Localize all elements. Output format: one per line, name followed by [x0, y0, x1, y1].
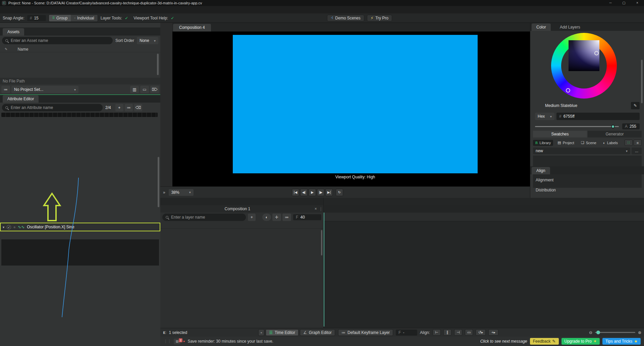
timeline-zoom-slider[interactable] [595, 332, 635, 333]
composition-1-tab[interactable]: Composition 1 × | [160, 205, 323, 213]
sv-handle[interactable] [594, 51, 599, 55]
tab-composition-4[interactable]: Composition 4 [173, 24, 211, 32]
playhead-line[interactable] [324, 213, 324, 327]
oscillator-graph[interactable] [1, 239, 159, 266]
delete-asset-button[interactable]: ⌦ [150, 86, 159, 93]
graph-editor-button[interactable]: ∠ Graph Editor [300, 329, 335, 336]
mini-view-button[interactable]: ▫ [258, 329, 264, 336]
alpha-slider[interactable] [535, 126, 619, 127]
scene-button[interactable]: ❏Scene [579, 140, 599, 146]
oscillator-header[interactable]: ▾ ✓ ○ ∿∿ Oscillator [Position.X] Sine ⇄ … [0, 223, 160, 231]
new-composition-button[interactable]: ▭ [140, 86, 149, 93]
keyframe-layer-dropdown[interactable]: ≔ Default Keyframe Layer [338, 329, 393, 336]
tab-add-layers[interactable]: Add Layers [556, 23, 584, 31]
new-folder-button[interactable]: ▥ [130, 86, 139, 93]
collapse-icon[interactable]: ▾ [3, 225, 4, 229]
footer-frame-field[interactable]: F - [396, 330, 417, 336]
swatch-more-button[interactable]: ... [632, 148, 642, 154]
labels-button[interactable]: ◐Labels [601, 140, 620, 146]
tips-tricks-button[interactable]: Tips and Tricks★ [602, 338, 641, 345]
pick-attribute-button[interactable]: ⌖ [115, 104, 123, 111]
swatch-group-dropdown[interactable]: new▾ [533, 148, 630, 154]
next-message-link[interactable]: Click to see next message [480, 339, 527, 344]
zoom-in-icon[interactable]: ⊕ [638, 330, 641, 335]
grid-view-button[interactable]: ∷ [625, 139, 633, 146]
group-mode-button[interactable]: ⠿ Group [49, 15, 71, 21]
align-box-button[interactable]: ▭ [465, 329, 473, 336]
next-frame-button[interactable]: |▶ [317, 189, 324, 196]
timeline-ruler[interactable] [324, 213, 644, 221]
assets-scrollbar[interactable] [157, 54, 159, 75]
feedback-button[interactable]: Feedback✎ [530, 338, 559, 345]
solo-radio-icon[interactable]: ○ [13, 225, 15, 229]
project-set-icon-button[interactable]: ≔ [1, 86, 10, 93]
close-button[interactable]: × [631, 0, 644, 6]
color-scrollbar[interactable] [641, 60, 643, 103]
onion-skin-button[interactable]: ◐ [262, 214, 271, 221]
attribute-scrollbar[interactable] [158, 157, 159, 207]
layer-tools-check-icon[interactable]: ✓ [125, 16, 128, 20]
zoom-dropdown[interactable]: 38%▾ [169, 189, 194, 196]
try-pro-button[interactable]: ⚡ Try Pro [367, 15, 392, 21]
timeline-zoom-handle[interactable] [596, 331, 600, 334]
layers-scrollbar[interactable] [321, 230, 322, 255]
maximize-button[interactable]: ▢ [617, 0, 631, 6]
frame-field[interactable]: F 40 [293, 214, 321, 220]
upgrade-pro-button[interactable]: Upgrade to Pro✶ [561, 338, 600, 345]
tab-assets[interactable]: Assets [3, 28, 24, 36]
keyframe-strip[interactable] [1, 113, 158, 117]
go-start-button[interactable]: |◀ [292, 189, 299, 196]
list-view-button[interactable]: ≡ [634, 139, 642, 146]
close-tab-icon[interactable]: × [315, 207, 317, 211]
demo-scenes-button[interactable]: ⠺ Demo Scenes [327, 15, 364, 21]
snap-angle-field[interactable]: # 15 [27, 15, 46, 21]
align-left-button[interactable]: ⊢ [433, 329, 441, 336]
enabled-check-icon[interactable]: ✓ [7, 225, 11, 229]
pivot-button[interactable]: ✛ [272, 214, 281, 221]
keyframe-tool-button[interactable]: +▸ [488, 329, 498, 336]
minimize-button[interactable]: ─ [604, 0, 617, 6]
color-mode-dropdown[interactable]: Hex▾ [535, 113, 554, 120]
loop-button[interactable]: ↻ [336, 189, 343, 196]
project-set-dropdown[interactable]: No Project Set...▾ [11, 86, 78, 93]
search-icon [5, 39, 8, 42]
zoom-out-icon[interactable]: ⊖ [589, 330, 592, 335]
asset-search-input[interactable]: Enter an Asset name [2, 37, 113, 44]
library-button[interactable]: ‖\Library [533, 140, 553, 146]
clear-search-button[interactable]: ⌫ [134, 104, 142, 111]
hook-button[interactable]: ↺▸ [476, 329, 486, 336]
hue-handle[interactable] [566, 88, 570, 93]
layer-search-input[interactable]: Enter a layer name [162, 214, 246, 221]
tab-attribute-editor[interactable]: Attribute Editor [3, 95, 39, 103]
add-filter-button[interactable]: ≔ [125, 104, 133, 111]
filter-layers-button[interactable]: ≔ [282, 214, 291, 221]
assets-name-header: Name [17, 47, 28, 52]
add-layer-button[interactable]: + [248, 214, 256, 221]
expand-tools-icon[interactable]: » [163, 190, 165, 195]
current-color-swatch[interactable] [535, 102, 542, 109]
color-picker-button[interactable]: ✎ [631, 102, 640, 109]
time-editor-button[interactable]: ☰ Time Editor [266, 329, 299, 336]
alpha-field[interactable]: A 255 [622, 123, 640, 129]
tab-color[interactable]: Color [532, 23, 551, 31]
go-end-button[interactable]: ▶| [325, 189, 333, 196]
align-right-button[interactable]: ⊣ [454, 329, 462, 336]
play-button[interactable]: ▶ [309, 189, 316, 196]
attribute-search-input[interactable]: Enter an Attribute name [2, 104, 103, 111]
individual-icon: ▫ [74, 16, 75, 20]
tab-generator[interactable]: Generator [588, 131, 642, 137]
project-button[interactable]: ▤Project [555, 140, 577, 146]
align-center-button[interactable]: ∥ [443, 329, 451, 336]
prev-frame-button[interactable]: ◀| [300, 189, 308, 196]
sort-order-dropdown[interactable]: None▾ [137, 37, 158, 44]
hex-input[interactable]: # 6755ff [556, 113, 640, 120]
viewport[interactable]: Viewport Quality: High [172, 32, 530, 186]
messages-button[interactable]: ▤2 [174, 339, 180, 344]
viewport-help-check-icon[interactable]: ✓ [171, 16, 174, 20]
tab-align[interactable]: Align [532, 167, 550, 174]
sv-square[interactable] [569, 40, 599, 71]
individual-mode-button[interactable]: ▫ Individual [71, 15, 97, 21]
composition-canvas[interactable] [233, 35, 478, 173]
alpha-slider-handle[interactable] [611, 125, 615, 128]
tab-swatches[interactable]: Swatches [533, 131, 587, 137]
